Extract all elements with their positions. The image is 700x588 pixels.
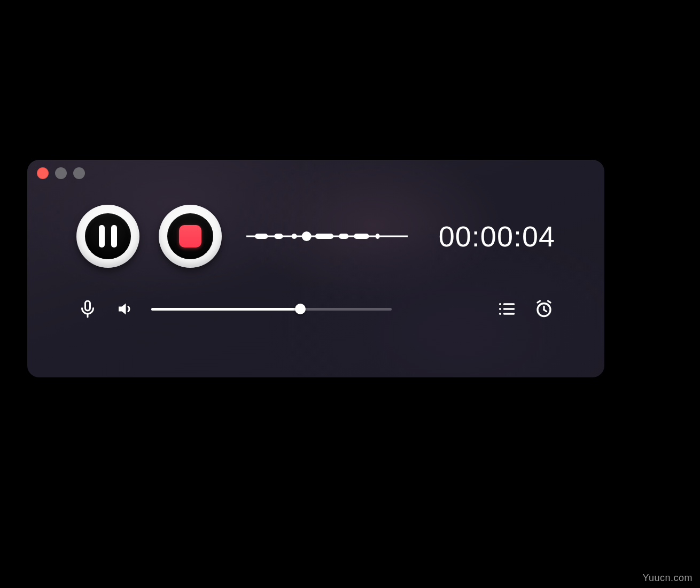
svg-line-21: [548, 301, 551, 303]
list-icon: [497, 299, 516, 319]
volume-thumb[interactable]: [295, 304, 306, 314]
svg-rect-7: [354, 234, 369, 239]
svg-rect-9: [85, 301, 90, 311]
microphone-button[interactable]: [76, 298, 99, 320]
svg-rect-3: [292, 234, 297, 239]
svg-rect-1: [255, 234, 268, 239]
svg-point-12: [499, 308, 501, 310]
svg-line-19: [544, 310, 547, 312]
svg-rect-5: [315, 234, 333, 239]
stop-icon: [179, 225, 201, 247]
svg-rect-6: [339, 234, 348, 239]
speaker-button[interactable]: [114, 298, 136, 320]
window-maximize-button[interactable]: [73, 167, 85, 179]
svg-rect-8: [376, 234, 380, 239]
microphone-icon: [78, 299, 97, 319]
window-close-button[interactable]: [37, 167, 49, 179]
elapsed-time: 00:00:04: [427, 220, 555, 253]
recorder-window: 00:00:04: [27, 160, 604, 377]
svg-rect-2: [274, 234, 283, 239]
svg-line-20: [538, 301, 540, 303]
recordings-list-button[interactable]: [495, 298, 518, 320]
svg-point-4: [302, 231, 312, 241]
watermark: Yuucn.com: [642, 572, 693, 584]
svg-point-11: [499, 303, 501, 305]
alarm-clock-icon: [534, 299, 554, 319]
pause-button[interactable]: [76, 205, 139, 268]
stop-button[interactable]: [159, 205, 222, 268]
volume-fill: [151, 308, 300, 311]
volume-slider[interactable]: [151, 303, 392, 315]
window-minimize-button[interactable]: [55, 167, 67, 179]
waveform-display: [246, 226, 408, 247]
titlebar: [27, 160, 604, 179]
timer-button[interactable]: [533, 298, 555, 320]
main-controls-row: 00:00:04: [27, 179, 604, 268]
pause-icon: [99, 225, 117, 247]
svg-point-13: [499, 313, 501, 315]
bottom-controls-row: [27, 268, 604, 320]
speaker-icon: [115, 299, 135, 319]
